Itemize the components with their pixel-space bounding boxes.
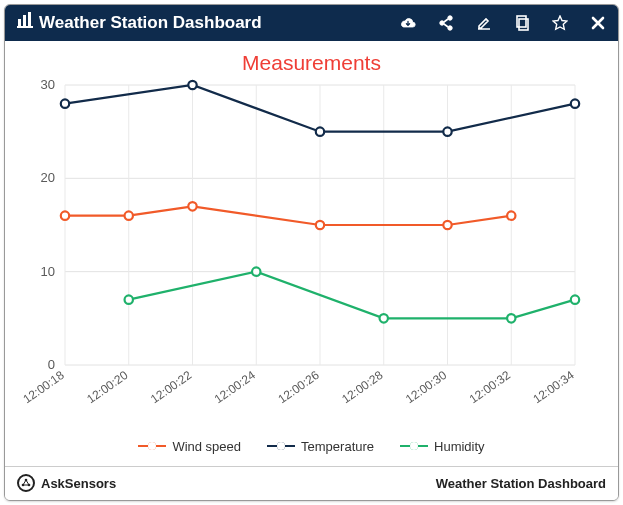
copy-icon[interactable] (514, 15, 530, 31)
legend-marker (400, 440, 428, 452)
svg-point-43 (316, 127, 324, 135)
svg-text:12:00:34: 12:00:34 (530, 368, 577, 406)
svg-text:12:00:30: 12:00:30 (403, 368, 450, 406)
star-icon[interactable] (552, 15, 568, 31)
svg-text:12:00:22: 12:00:22 (148, 368, 195, 406)
svg-text:10: 10 (41, 264, 55, 279)
legend-item[interactable]: Temperature (267, 439, 374, 454)
page-title-text: Weather Station Dashboard (39, 13, 262, 33)
legend-label: Humidity (434, 439, 485, 454)
svg-rect-0 (18, 19, 21, 27)
chart-legend: Wind speedTemperatureHumidity (5, 435, 618, 466)
svg-text:20: 20 (41, 170, 55, 185)
svg-point-48 (380, 314, 388, 322)
svg-text:12:00:32: 12:00:32 (467, 368, 514, 406)
svg-point-5 (440, 21, 444, 25)
svg-rect-1 (23, 15, 26, 27)
svg-point-42 (188, 81, 196, 89)
svg-point-38 (316, 221, 324, 229)
legend-label: Temperature (301, 439, 374, 454)
brand: AskSensors (17, 474, 436, 492)
legend-label: Wind speed (172, 439, 241, 454)
edit-icon[interactable] (476, 15, 492, 31)
header-actions (400, 15, 606, 31)
svg-point-46 (125, 295, 133, 303)
brand-text: AskSensors (41, 476, 116, 491)
panel-footer: AskSensors Weather Station Dashboard (5, 466, 618, 500)
brand-icon (17, 474, 35, 492)
legend-marker (138, 440, 166, 452)
svg-point-49 (507, 314, 515, 322)
svg-point-41 (61, 99, 69, 107)
page-title: Weather Station Dashboard (17, 12, 392, 33)
svg-point-35 (61, 211, 69, 219)
svg-text:12:00:26: 12:00:26 (275, 368, 322, 406)
legend-marker (267, 440, 295, 452)
line-chart: 010203012:00:1812:00:2012:00:2212:00:241… (5, 75, 605, 435)
panel-header: Weather Station Dashboard (5, 5, 618, 41)
svg-point-6 (448, 26, 452, 30)
svg-point-40 (507, 211, 515, 219)
svg-point-47 (252, 267, 260, 275)
svg-point-45 (571, 99, 579, 107)
svg-point-39 (443, 221, 451, 229)
svg-text:12:00:20: 12:00:20 (84, 368, 131, 406)
cloud-download-icon[interactable] (400, 15, 416, 31)
legend-item[interactable]: Humidity (400, 439, 485, 454)
svg-point-4 (448, 16, 452, 20)
close-icon[interactable] (590, 15, 606, 31)
svg-text:12:00:28: 12:00:28 (339, 368, 386, 406)
svg-rect-2 (28, 12, 31, 27)
svg-point-44 (443, 127, 451, 135)
dashboard-panel: Weather Station Dashboard Measuremen (4, 4, 619, 501)
svg-point-36 (125, 211, 133, 219)
svg-text:12:00:18: 12:00:18 (20, 368, 67, 406)
legend-item[interactable]: Wind speed (138, 439, 241, 454)
svg-text:12:00:24: 12:00:24 (212, 368, 259, 406)
chart-area: Measurements 010203012:00:1812:00:2012:0… (5, 41, 618, 466)
svg-rect-3 (17, 26, 33, 28)
svg-point-37 (188, 202, 196, 210)
svg-text:30: 30 (41, 77, 55, 92)
chart-title: Measurements (5, 51, 618, 75)
svg-point-50 (571, 295, 579, 303)
share-icon[interactable] (438, 15, 454, 31)
svg-text:0: 0 (48, 357, 55, 372)
footer-right-text: Weather Station Dashboard (436, 476, 606, 491)
bar-chart-icon (17, 12, 33, 33)
